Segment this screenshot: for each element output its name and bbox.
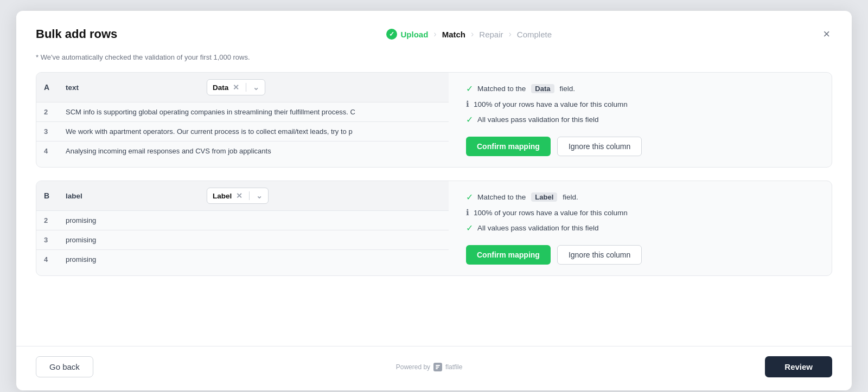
match-check-a-icon: ✓ (466, 83, 473, 94)
table-row: 2 SCM info is supporting global operatin… (36, 102, 449, 122)
data-table-a: A text Data ✕ ⌄ (36, 73, 449, 160)
match-field-badge-a: Data (531, 84, 554, 93)
th-mapped-b: Label ✕ ⌄ (199, 181, 449, 211)
stat1-a: ℹ 100% of your rows have a value for thi… (466, 99, 819, 109)
mapped-field-b: Label (213, 192, 232, 200)
steps-indicator: ✓ Upload › Match › Repair › Complete (386, 29, 552, 40)
flatfile-logo-icon (433, 363, 442, 371)
table-row: 4 Analysing incoming email responses and… (36, 142, 449, 161)
step-repair-label: Repair (479, 30, 503, 39)
mapped-select-a[interactable]: Data ✕ ⌄ (207, 79, 265, 95)
row-value: We work with apartment operators. Our cu… (58, 122, 449, 142)
th-mapped-a: Data ✕ ⌄ (199, 73, 449, 102)
chevron-down-b-icon[interactable]: ⌄ (256, 191, 263, 200)
modal-header: Bulk add rows ✓ Upload › Match › Repair … (16, 11, 852, 51)
divider-a (246, 83, 246, 92)
info-icon-a: ℹ (466, 99, 469, 109)
row-num: 4 (36, 250, 58, 269)
arrow-3: › (509, 29, 512, 39)
th-colname-a: text (58, 73, 199, 102)
match-label-b: Matched to the (477, 193, 526, 201)
th-letter-b: B (36, 181, 58, 211)
subtext: * We've automatically checked the valida… (16, 51, 852, 72)
step-repair: Repair (479, 30, 503, 39)
table-section-b: B label Label ✕ ⌄ (36, 181, 449, 269)
table-row: 4 promising (36, 250, 449, 269)
table-section-a: A text Data ✕ ⌄ (36, 73, 449, 160)
match-label-a: Matched to the (477, 85, 526, 93)
upload-check-icon: ✓ (386, 29, 397, 40)
action-buttons-a: Confirm mapping Ignore this column (466, 137, 819, 156)
go-back-button[interactable]: Go back (36, 356, 93, 377)
row-num: 3 (36, 230, 58, 250)
mapping-row-a: A text Data ✕ ⌄ (36, 72, 832, 168)
clear-mapping-b-icon[interactable]: ✕ (236, 191, 242, 200)
step-complete: Complete (517, 30, 552, 39)
row-value: promising (58, 230, 449, 250)
row-num: 4 (36, 142, 58, 161)
info-icon-b: ℹ (466, 208, 469, 217)
step-complete-label: Complete (517, 30, 552, 39)
mapped-field-a: Data (213, 83, 228, 92)
stat1-b: ℹ 100% of your rows have a value for thi… (466, 208, 819, 217)
row-num: 2 (36, 102, 58, 122)
arrow-1: › (433, 29, 436, 39)
ignore-column-a-button[interactable]: Ignore this column (557, 137, 642, 156)
modal-footer: Go back Powered by flatfile Review (16, 346, 852, 390)
step-upload-label: Upload (400, 30, 428, 39)
data-table-b: B label Label ✕ ⌄ (36, 181, 449, 269)
row-num: 3 (36, 122, 58, 142)
chevron-down-a-icon[interactable]: ⌄ (253, 83, 259, 92)
match-suffix-a: field. (560, 85, 576, 93)
table-row: 3 promising (36, 230, 449, 250)
th-letter-a: A (36, 73, 58, 102)
stat2-b: ✓ All values pass validation for this fi… (466, 223, 819, 233)
stat2-check-a-icon: ✓ (466, 114, 473, 125)
info-section-a: ✓ Matched to the Data field. ℹ 100% of y… (466, 73, 832, 167)
action-buttons-b: Confirm mapping Ignore this column (466, 245, 819, 265)
table-row: 3 We work with apartment operators. Our … (36, 122, 449, 142)
confirm-mapping-b-button[interactable]: Confirm mapping (466, 245, 551, 265)
table-row: 2 promising (36, 211, 449, 230)
svg-rect-1 (436, 365, 440, 366)
row-num: 2 (36, 211, 58, 230)
stat2-a: ✓ All values pass validation for this fi… (466, 114, 819, 125)
ignore-column-b-button[interactable]: Ignore this column (557, 245, 642, 265)
stat2-check-b-icon: ✓ (466, 223, 473, 233)
modal-body: A text Data ✕ ⌄ (16, 72, 852, 346)
row-value: promising (58, 250, 449, 269)
divider-b (249, 191, 250, 200)
arrow-2: › (471, 29, 474, 39)
powered-by-label: Powered by (396, 363, 430, 371)
step-match-label: Match (442, 30, 465, 39)
powered-by: Powered by flatfile (396, 363, 463, 371)
match-suffix-b: field. (563, 193, 578, 201)
confirm-mapping-a-button[interactable]: Confirm mapping (466, 137, 551, 156)
modal-title: Bulk add rows (36, 27, 117, 41)
stat2-text-b: All values pass validation for this fiel… (477, 224, 599, 232)
match-info-a: ✓ Matched to the Data field. (466, 83, 819, 94)
row-value: SCM info is supporting global operating … (58, 102, 449, 122)
review-button[interactable]: Review (765, 356, 832, 377)
th-colname-b: label (58, 181, 199, 211)
info-section-b: ✓ Matched to the Label field. ℹ 100% of … (466, 181, 832, 275)
stat2-text-a: All values pass validation for this fiel… (477, 115, 599, 124)
match-field-badge-b: Label (531, 192, 557, 202)
row-value: Analysing incoming email responses and C… (58, 142, 449, 161)
mapped-select-b[interactable]: Label ✕ ⌄ (207, 188, 269, 204)
bulk-add-rows-modal: Bulk add rows ✓ Upload › Match › Repair … (16, 11, 852, 390)
match-check-b-icon: ✓ (466, 192, 473, 202)
stat1-text-b: 100% of your rows have a value for this … (474, 209, 628, 217)
stat1-text-a: 100% of your rows have a value for this … (474, 100, 628, 108)
svg-rect-3 (436, 368, 438, 369)
step-match: Match (442, 30, 465, 39)
mapping-row-b: B label Label ✕ ⌄ (36, 181, 832, 276)
close-button[interactable]: × (821, 26, 832, 42)
match-info-b: ✓ Matched to the Label field. (466, 192, 819, 202)
clear-mapping-a-icon[interactable]: ✕ (233, 83, 239, 92)
step-upload: ✓ Upload (386, 29, 428, 40)
row-value: promising (58, 211, 449, 230)
svg-rect-2 (436, 367, 439, 368)
brand-name: flatfile (445, 363, 462, 371)
